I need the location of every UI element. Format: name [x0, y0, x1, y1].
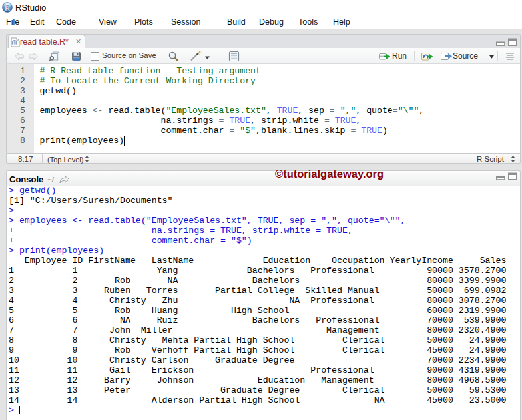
- svg-text:R: R: [13, 40, 17, 46]
- svg-text:R: R: [5, 3, 11, 13]
